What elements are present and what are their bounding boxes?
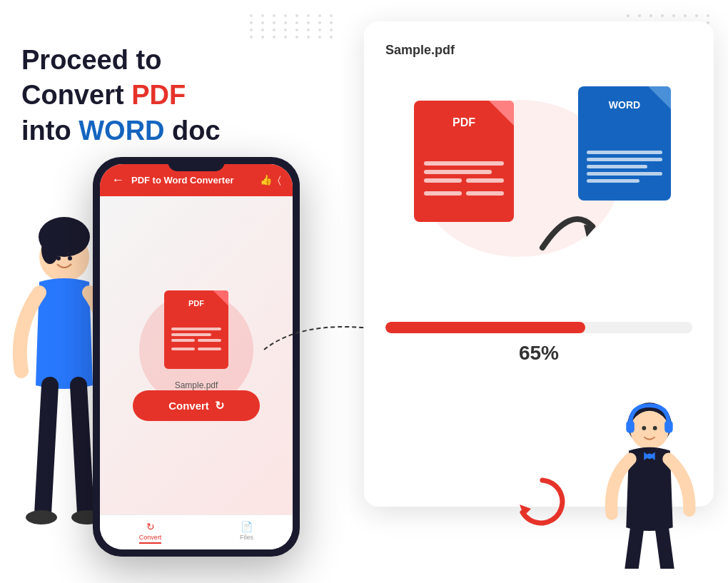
large-word-icon: WORD <box>578 86 671 201</box>
conversion-arrow <box>535 198 600 258</box>
svg-point-18 <box>647 453 652 459</box>
progress-bar-fill <box>385 322 585 333</box>
headline-line3: into WORD doc <box>21 113 221 148</box>
dot-grid-decoration-left <box>250 14 337 39</box>
svg-rect-13 <box>664 420 673 432</box>
person-right-illustration <box>585 390 714 569</box>
phone-bottom-nav: ↻ Convert 📄 Files <box>100 514 293 549</box>
pdf-document-icon: PDF <box>164 290 228 369</box>
refresh-icon: ↻ <box>215 399 224 412</box>
refresh-icon-large <box>514 473 571 540</box>
large-word-body: WORD <box>578 86 671 201</box>
phone-header-title: PDF to Word Converter <box>131 175 253 186</box>
headline-line2: Convert PDF <box>21 78 221 113</box>
large-pdf-label: PDF <box>453 116 475 129</box>
large-pdf-lines <box>424 161 504 204</box>
large-word-label: WORD <box>609 99 640 111</box>
pdf-doc-body: PDF <box>164 290 228 369</box>
nav-files[interactable]: 📄 Files <box>240 521 253 544</box>
svg-point-2 <box>41 235 59 264</box>
phone-filename-label: Sample.pdf <box>175 380 218 390</box>
right-panel-filename: Sample.pdf <box>385 43 692 58</box>
svg-point-6 <box>26 510 57 524</box>
pdf-doc-lines <box>171 328 221 356</box>
headline: Proceed to Convert PDF into WORD doc <box>21 43 221 148</box>
nav-convert[interactable]: ↻ Convert <box>139 521 162 544</box>
pdf-doc-fold <box>213 290 228 306</box>
svg-marker-9 <box>584 225 596 237</box>
progress-percentage: 65% <box>385 342 692 365</box>
progress-section: 65% <box>385 322 692 365</box>
svg-point-3 <box>56 256 61 260</box>
svg-point-15 <box>653 426 657 430</box>
headline-line1: Proceed to <box>21 43 221 78</box>
back-arrow-icon[interactable]: ← <box>111 173 124 188</box>
large-word-fold <box>648 86 671 109</box>
large-pdf-body: PDF <box>414 101 514 222</box>
svg-rect-12 <box>626 420 635 432</box>
progress-bar-container <box>385 322 692 333</box>
phone-notch <box>168 157 225 171</box>
share-icon[interactable]: 〈 <box>278 174 281 186</box>
large-pdf-fold <box>489 101 514 126</box>
svg-point-14 <box>642 426 646 430</box>
conversion-illustration: PDF <box>385 72 692 300</box>
large-word-lines <box>587 151 662 186</box>
convert-button[interactable]: Convert ↻ <box>133 390 260 421</box>
svg-point-4 <box>68 256 72 260</box>
phone-header-action-icons: 👍 〈 <box>260 174 281 186</box>
nav-convert-icon: ↻ <box>146 521 155 532</box>
large-pdf-icon: PDF <box>414 101 514 222</box>
svg-point-11 <box>630 411 669 450</box>
thumbs-up-icon[interactable]: 👍 <box>260 174 272 186</box>
nav-files-icon: 📄 <box>241 521 253 532</box>
pdf-doc-label: PDF <box>188 299 204 308</box>
phone-pdf-icon: PDF <box>164 290 228 369</box>
